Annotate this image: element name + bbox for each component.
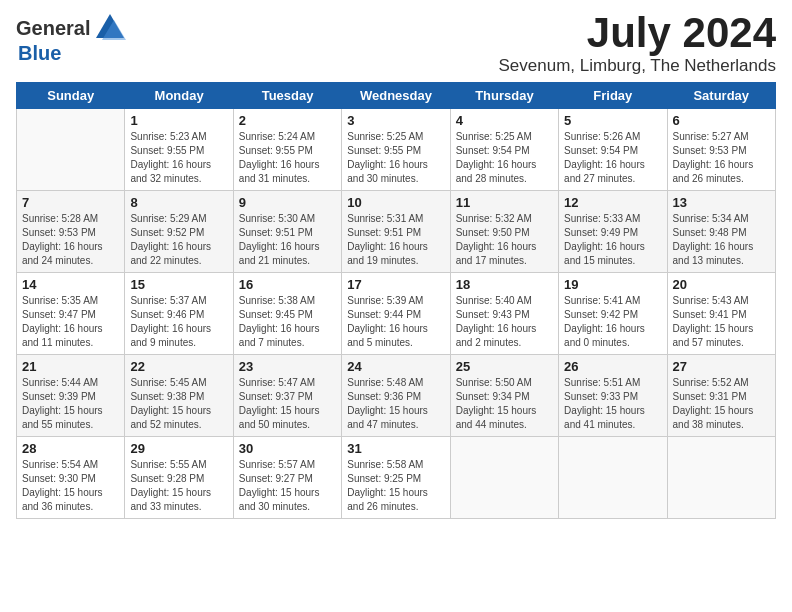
day-info: Sunrise: 5:25 AM Sunset: 9:54 PM Dayligh…: [456, 130, 553, 186]
calendar-day-cell: 14Sunrise: 5:35 AM Sunset: 9:47 PM Dayli…: [17, 273, 125, 355]
calendar-day-cell: 16Sunrise: 5:38 AM Sunset: 9:45 PM Dayli…: [233, 273, 341, 355]
calendar-day-cell: [559, 437, 667, 519]
calendar-header-row: SundayMondayTuesdayWednesdayThursdayFrid…: [17, 83, 776, 109]
day-info: Sunrise: 5:52 AM Sunset: 9:31 PM Dayligh…: [673, 376, 770, 432]
calendar-day-cell: 25Sunrise: 5:50 AM Sunset: 9:34 PM Dayli…: [450, 355, 558, 437]
calendar-day-cell: 15Sunrise: 5:37 AM Sunset: 9:46 PM Dayli…: [125, 273, 233, 355]
day-info: Sunrise: 5:35 AM Sunset: 9:47 PM Dayligh…: [22, 294, 119, 350]
day-number: 22: [130, 359, 227, 374]
calendar-day-cell: 17Sunrise: 5:39 AM Sunset: 9:44 PM Dayli…: [342, 273, 450, 355]
title-area: July 2024 Sevenum, Limburg, The Netherla…: [498, 10, 776, 76]
calendar-week-row: 7Sunrise: 5:28 AM Sunset: 9:53 PM Daylig…: [17, 191, 776, 273]
calendar-day-cell: 7Sunrise: 5:28 AM Sunset: 9:53 PM Daylig…: [17, 191, 125, 273]
calendar-day-cell: 9Sunrise: 5:30 AM Sunset: 9:51 PM Daylig…: [233, 191, 341, 273]
day-number: 16: [239, 277, 336, 292]
day-info: Sunrise: 5:58 AM Sunset: 9:25 PM Dayligh…: [347, 458, 444, 514]
calendar-weekday-header: Monday: [125, 83, 233, 109]
calendar-week-row: 21Sunrise: 5:44 AM Sunset: 9:39 PM Dayli…: [17, 355, 776, 437]
calendar-week-row: 1Sunrise: 5:23 AM Sunset: 9:55 PM Daylig…: [17, 109, 776, 191]
day-number: 27: [673, 359, 770, 374]
calendar-day-cell: 10Sunrise: 5:31 AM Sunset: 9:51 PM Dayli…: [342, 191, 450, 273]
calendar-day-cell: 20Sunrise: 5:43 AM Sunset: 9:41 PM Dayli…: [667, 273, 775, 355]
day-info: Sunrise: 5:41 AM Sunset: 9:42 PM Dayligh…: [564, 294, 661, 350]
calendar-day-cell: 29Sunrise: 5:55 AM Sunset: 9:28 PM Dayli…: [125, 437, 233, 519]
day-number: 25: [456, 359, 553, 374]
day-number: 18: [456, 277, 553, 292]
calendar-day-cell: 23Sunrise: 5:47 AM Sunset: 9:37 PM Dayli…: [233, 355, 341, 437]
day-number: 23: [239, 359, 336, 374]
day-number: 15: [130, 277, 227, 292]
calendar-day-cell: [450, 437, 558, 519]
page-header: General Blue July 2024 Sevenum, Limburg,…: [16, 10, 776, 76]
day-info: Sunrise: 5:30 AM Sunset: 9:51 PM Dayligh…: [239, 212, 336, 268]
day-number: 9: [239, 195, 336, 210]
day-number: 3: [347, 113, 444, 128]
calendar-day-cell: 8Sunrise: 5:29 AM Sunset: 9:52 PM Daylig…: [125, 191, 233, 273]
day-info: Sunrise: 5:37 AM Sunset: 9:46 PM Dayligh…: [130, 294, 227, 350]
day-info: Sunrise: 5:23 AM Sunset: 9:55 PM Dayligh…: [130, 130, 227, 186]
calendar-weekday-header: Tuesday: [233, 83, 341, 109]
calendar-table: SundayMondayTuesdayWednesdayThursdayFrid…: [16, 82, 776, 519]
calendar-day-cell: 18Sunrise: 5:40 AM Sunset: 9:43 PM Dayli…: [450, 273, 558, 355]
day-number: 12: [564, 195, 661, 210]
day-number: 5: [564, 113, 661, 128]
calendar-day-cell: 30Sunrise: 5:57 AM Sunset: 9:27 PM Dayli…: [233, 437, 341, 519]
calendar-week-row: 14Sunrise: 5:35 AM Sunset: 9:47 PM Dayli…: [17, 273, 776, 355]
day-info: Sunrise: 5:55 AM Sunset: 9:28 PM Dayligh…: [130, 458, 227, 514]
day-number: 1: [130, 113, 227, 128]
calendar-weekday-header: Sunday: [17, 83, 125, 109]
calendar-day-cell: 27Sunrise: 5:52 AM Sunset: 9:31 PM Dayli…: [667, 355, 775, 437]
day-info: Sunrise: 5:26 AM Sunset: 9:54 PM Dayligh…: [564, 130, 661, 186]
day-info: Sunrise: 5:39 AM Sunset: 9:44 PM Dayligh…: [347, 294, 444, 350]
calendar-day-cell: 3Sunrise: 5:25 AM Sunset: 9:55 PM Daylig…: [342, 109, 450, 191]
calendar-day-cell: 24Sunrise: 5:48 AM Sunset: 9:36 PM Dayli…: [342, 355, 450, 437]
logo-blue-text: Blue: [18, 42, 61, 64]
calendar-day-cell: [667, 437, 775, 519]
day-number: 19: [564, 277, 661, 292]
day-number: 29: [130, 441, 227, 456]
day-number: 4: [456, 113, 553, 128]
calendar-day-cell: 13Sunrise: 5:34 AM Sunset: 9:48 PM Dayli…: [667, 191, 775, 273]
day-number: 21: [22, 359, 119, 374]
day-info: Sunrise: 5:25 AM Sunset: 9:55 PM Dayligh…: [347, 130, 444, 186]
calendar-day-cell: 28Sunrise: 5:54 AM Sunset: 9:30 PM Dayli…: [17, 437, 125, 519]
day-number: 10: [347, 195, 444, 210]
calendar-week-row: 28Sunrise: 5:54 AM Sunset: 9:30 PM Dayli…: [17, 437, 776, 519]
logo: General Blue: [16, 10, 128, 64]
day-number: 2: [239, 113, 336, 128]
calendar-day-cell: 22Sunrise: 5:45 AM Sunset: 9:38 PM Dayli…: [125, 355, 233, 437]
calendar-day-cell: 1Sunrise: 5:23 AM Sunset: 9:55 PM Daylig…: [125, 109, 233, 191]
day-info: Sunrise: 5:28 AM Sunset: 9:53 PM Dayligh…: [22, 212, 119, 268]
day-number: 13: [673, 195, 770, 210]
day-info: Sunrise: 5:32 AM Sunset: 9:50 PM Dayligh…: [456, 212, 553, 268]
calendar-day-cell: 12Sunrise: 5:33 AM Sunset: 9:49 PM Dayli…: [559, 191, 667, 273]
day-info: Sunrise: 5:54 AM Sunset: 9:30 PM Dayligh…: [22, 458, 119, 514]
calendar-weekday-header: Thursday: [450, 83, 558, 109]
day-number: 30: [239, 441, 336, 456]
logo-icon: [92, 10, 128, 46]
calendar-day-cell: 21Sunrise: 5:44 AM Sunset: 9:39 PM Dayli…: [17, 355, 125, 437]
day-info: Sunrise: 5:48 AM Sunset: 9:36 PM Dayligh…: [347, 376, 444, 432]
calendar-day-cell: 26Sunrise: 5:51 AM Sunset: 9:33 PM Dayli…: [559, 355, 667, 437]
day-info: Sunrise: 5:45 AM Sunset: 9:38 PM Dayligh…: [130, 376, 227, 432]
day-number: 6: [673, 113, 770, 128]
calendar-day-cell: 19Sunrise: 5:41 AM Sunset: 9:42 PM Dayli…: [559, 273, 667, 355]
day-info: Sunrise: 5:38 AM Sunset: 9:45 PM Dayligh…: [239, 294, 336, 350]
day-info: Sunrise: 5:27 AM Sunset: 9:53 PM Dayligh…: [673, 130, 770, 186]
day-number: 17: [347, 277, 444, 292]
location-subtitle: Sevenum, Limburg, The Netherlands: [498, 56, 776, 76]
day-number: 24: [347, 359, 444, 374]
calendar-day-cell: 2Sunrise: 5:24 AM Sunset: 9:55 PM Daylig…: [233, 109, 341, 191]
day-number: 14: [22, 277, 119, 292]
calendar-weekday-header: Friday: [559, 83, 667, 109]
day-info: Sunrise: 5:31 AM Sunset: 9:51 PM Dayligh…: [347, 212, 444, 268]
calendar-day-cell: 31Sunrise: 5:58 AM Sunset: 9:25 PM Dayli…: [342, 437, 450, 519]
calendar-day-cell: 4Sunrise: 5:25 AM Sunset: 9:54 PM Daylig…: [450, 109, 558, 191]
day-info: Sunrise: 5:44 AM Sunset: 9:39 PM Dayligh…: [22, 376, 119, 432]
day-info: Sunrise: 5:34 AM Sunset: 9:48 PM Dayligh…: [673, 212, 770, 268]
month-year-title: July 2024: [498, 10, 776, 56]
day-number: 28: [22, 441, 119, 456]
day-number: 8: [130, 195, 227, 210]
calendar-day-cell: [17, 109, 125, 191]
day-number: 7: [22, 195, 119, 210]
